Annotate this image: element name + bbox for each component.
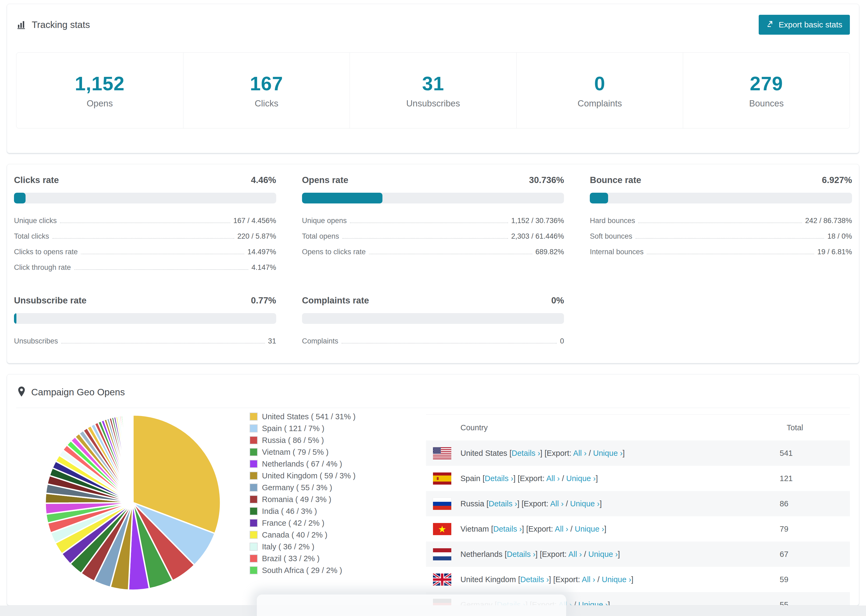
summary-label: Opens	[87, 98, 113, 108]
export-unique-link[interactable]: Unique ›	[601, 575, 631, 584]
export-all-link[interactable]: All ›	[573, 449, 587, 457]
summary-value: 0	[594, 72, 605, 94]
total-cell: 55	[780, 600, 850, 606]
rate-title: Bounce rate	[590, 175, 641, 185]
rate-detail-row: Opens to clicks rate689.82%	[302, 247, 564, 256]
rate-detail-label: Opens to clicks rate	[302, 248, 366, 256]
export-basic-stats-button[interactable]: Export basic stats	[759, 15, 850, 35]
rate-detail-row: Total clicks220 / 5.87%	[14, 231, 276, 240]
dotted-leader	[369, 254, 532, 254]
rate-detail-row: Click through rate4.147%	[14, 262, 276, 272]
export-all-link[interactable]: All ›	[546, 474, 560, 483]
rate-value: 4.46%	[251, 175, 276, 185]
legend-swatch	[250, 484, 258, 492]
rate-detail-value: 4.147%	[252, 263, 276, 272]
legend-item: Italy ( 36 / 2% )	[250, 541, 412, 553]
us-flag-icon	[433, 447, 451, 459]
export-unique-link[interactable]: Unique ›	[570, 499, 600, 508]
map-pin-icon	[17, 386, 26, 398]
geo-table-row-es: Spain [Details ›] [Export: All › / Uniqu…	[426, 466, 850, 491]
total-cell: 86	[780, 499, 850, 508]
geo-pie-chart	[42, 409, 224, 598]
legend-label: South Africa ( 29 / 2% )	[262, 566, 342, 575]
export-all-link[interactable]: All ›	[582, 575, 595, 584]
rate-title: Unsubscribe rate	[14, 295, 87, 306]
rate-title: Complaints rate	[302, 295, 369, 306]
legend-item: Canada ( 40 / 2% )	[250, 529, 412, 541]
legend-swatch	[250, 424, 258, 432]
export-all-link[interactable]: All ›	[568, 550, 582, 558]
geo-legend: United States ( 541 / 31% )Spain ( 121 /…	[250, 411, 412, 576]
rate-progress-track	[14, 313, 276, 324]
legend-item: Netherlands ( 67 / 4% )	[250, 458, 412, 470]
summary-label: Unsubscribes	[406, 98, 460, 108]
rate-progress-track	[302, 313, 564, 324]
legend-item: Russia ( 86 / 5% )	[250, 434, 412, 446]
page-title: Tracking stats	[32, 19, 90, 30]
legend-label: France ( 42 / 2% )	[262, 519, 324, 528]
export-unique-link[interactable]: Unique ›	[593, 449, 623, 457]
tracking-stats-title: Tracking stats	[16, 19, 90, 30]
geo-table-row-vn: Vietnam [Details ›] [Export: All › / Uni…	[426, 516, 850, 542]
legend-label: Canada ( 40 / 2% )	[262, 531, 327, 539]
geo-title: Campaign Geo Opens	[31, 387, 125, 398]
summary-label: Complaints	[578, 98, 622, 108]
details-link[interactable]: Details ›	[520, 575, 549, 584]
tracking-stats-card: Tracking stats Export basic stats 1,152O…	[7, 4, 859, 153]
country-cell: United Kingdom [Details ›] [Export: All …	[460, 575, 633, 584]
legend-swatch	[250, 472, 258, 480]
total-cell: 541	[780, 449, 850, 458]
dotted-leader	[60, 223, 230, 223]
dotted-leader	[350, 223, 508, 223]
details-link[interactable]: Details ›	[493, 525, 522, 533]
dotted-leader	[342, 238, 508, 239]
legend-label: Romania ( 49 / 3% )	[262, 495, 331, 504]
rate-detail-label: Unique opens	[302, 217, 347, 225]
rate-section-clicks-rate: Clicks rate4.46%Unique clicks167 / 4.456…	[14, 175, 276, 278]
summary-value: 167	[250, 72, 283, 94]
dotted-leader	[636, 238, 824, 239]
legend-item: Vietnam ( 79 / 5% )	[250, 446, 412, 458]
summary-value: 279	[750, 72, 783, 94]
export-all-link[interactable]: All ›	[555, 525, 568, 533]
details-link[interactable]: Details ›	[489, 499, 517, 508]
legend-item: Germany ( 55 / 3% )	[250, 482, 412, 493]
legend-item: Spain ( 121 / 7% )	[250, 423, 412, 434]
legend-swatch	[250, 519, 258, 527]
rates-row-primary: Clicks rate4.46%Unique clicks167 / 4.456…	[14, 175, 852, 278]
rate-detail-value: 19 / 6.81%	[817, 248, 852, 256]
summary-label: Bounces	[749, 98, 783, 108]
legend-item: Brazil ( 33 / 2% )	[250, 553, 412, 564]
geo-content: United States ( 541 / 31% )Spain ( 121 /…	[16, 408, 850, 605]
dotted-leader	[647, 254, 814, 254]
legend-swatch	[250, 448, 258, 456]
legend-label: Netherlands ( 67 / 4% )	[262, 460, 342, 468]
legend-swatch	[250, 531, 258, 539]
vn-flag-icon	[433, 523, 451, 535]
rate-detail-value: 167 / 4.456%	[233, 217, 276, 225]
rate-value: 6.927%	[822, 175, 852, 185]
legend-label: United Kingdom ( 59 / 3% )	[262, 471, 356, 480]
column-header-country: Country	[426, 423, 780, 432]
rate-detail-row: Unique clicks167 / 4.456%	[14, 216, 276, 225]
export-unique-link[interactable]: Unique ›	[566, 474, 596, 483]
legend-label: Brazil ( 33 / 2% )	[262, 554, 320, 563]
rate-progress-fill	[14, 313, 16, 324]
legend-swatch	[250, 507, 258, 515]
details-link[interactable]: Details ›	[512, 449, 540, 457]
column-header-total: Total	[780, 423, 850, 432]
export-unique-link[interactable]: Unique ›	[578, 600, 608, 606]
export-unique-link[interactable]: Unique ›	[588, 550, 618, 558]
rate-progress-fill	[14, 193, 25, 203]
rate-progress-fill	[590, 193, 608, 203]
rate-section-opens-rate: Opens rate30.736%Unique opens1,152 / 30.…	[302, 175, 564, 278]
pie-slice	[132, 415, 133, 503]
country-cell: Netherlands [Details ›] [Export: All › /…	[460, 550, 620, 559]
rate-progress-track	[590, 193, 852, 203]
details-link[interactable]: Details ›	[507, 550, 535, 558]
export-all-link[interactable]: All ›	[550, 499, 564, 508]
ru-flag-icon	[433, 498, 451, 510]
details-link[interactable]: Details ›	[485, 474, 513, 483]
export-unique-link[interactable]: Unique ›	[575, 525, 604, 533]
geo-table-header-row: CountryTotal	[426, 415, 850, 440]
